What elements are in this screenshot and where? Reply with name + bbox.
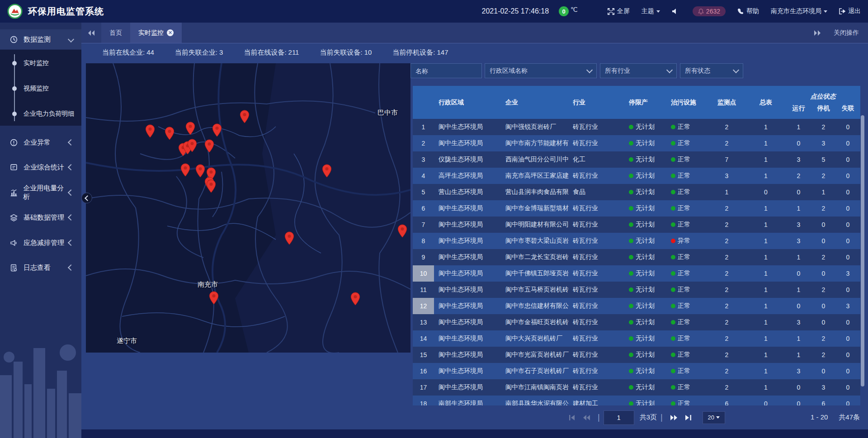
chevron-left-icon [68,164,74,170]
row-number: 13 [413,314,434,330]
table-scrollbar[interactable] [861,115,864,386]
logout-button[interactable]: 退出 [839,7,861,15]
status-dot-icon [671,304,675,308]
prev-page-button[interactable] [583,414,590,421]
map-pin-icon[interactable] [187,139,197,152]
map-collapse-button[interactable] [81,193,92,203]
sidebar-item-power-analysis[interactable]: 企业用电量分析 [0,183,81,203]
tabs-scroll-right-button[interactable] [807,30,827,36]
help-button[interactable]: 帮助 [737,7,759,15]
table-row[interactable]: 9阆中生态环境局阆中市二龙长宝页岩砖砖瓦行业无计划正常21120 [413,249,860,265]
table-row[interactable]: 18南部生态环境局南部县珠华水泥有限公建材加工无计划正常60060 [413,396,860,405]
map-pin-icon[interactable] [212,123,222,137]
status-dot-icon [629,125,633,129]
cell-run-count: 0 [786,135,811,151]
row-number: 9 [413,249,434,265]
table-row[interactable]: 3仪陇生态环境局西南油气田分公司川中化工无计划正常71350 [413,151,860,168]
table-row[interactable]: 14阆中生态环境局阆中大兴页岩机砖厂砖瓦行业无计划正常21120 [413,330,860,347]
map-pin-icon[interactable] [195,164,205,178]
cell-facility-status: 正常 [668,135,708,151]
map-pin-icon[interactable] [322,164,332,178]
sidebar-item-enterprise-abnormal[interactable]: 企业异常 [0,132,81,152]
sidebar-item-log-view[interactable]: 日志查看 [0,258,81,278]
sidebar-item-enterprise-statistics[interactable]: 企业综合统计 [0,157,81,177]
pager-separator: | [598,413,600,422]
map-pin-icon[interactable] [240,110,250,123]
col-header-index [413,86,434,119]
table-row[interactable]: 5营山生态环境局营山县润丰肉食品有限食品无计划正常10010 [413,184,860,200]
map-pin-icon[interactable] [350,292,360,306]
cell-run-count: 1 [786,200,811,217]
map-pin-icon[interactable] [180,163,190,177]
map-pin-icon[interactable] [165,127,175,140]
table-row[interactable]: 10阆中生态环境局阆中千佛镇五郎垭页岩砖瓦行业无计划正常21003 [413,265,860,282]
table-row[interactable]: 17阆中生态环境局阆中市江南镇阆南页岩砖瓦行业无计划正常21030 [413,379,860,396]
sidebar-item-video-monitor[interactable]: 视频监控 [0,76,81,101]
page-number-input[interactable] [604,410,634,425]
table-row[interactable]: 11阆中生态环境局阆中市五马桥页岩机砖砖瓦行业无计划正常21120 [413,282,860,298]
org-dropdown[interactable]: 南充市生态环境局 [771,7,827,15]
cell-total-meter: 1 [746,217,786,233]
cell-region: 仪陇生态环境局 [434,151,502,168]
cell-total-meter: 1 [746,168,786,184]
cell-run-count: 3 [786,314,811,330]
sidebar-item-power-load-detail[interactable]: 企业电力负荷明细 [0,101,81,127]
page-size-select[interactable]: 20 [703,411,725,424]
map-pin-icon[interactable] [397,224,407,238]
table-row[interactable]: 8阆中生态环境局阆中市枣碧大梁山页岩砖瓦行业无计划异常21300 [413,233,860,249]
tab-home[interactable]: 首页 [101,23,130,43]
table-row[interactable]: 1阆中生态环境局阆中强锐页岩砖厂砖瓦行业无计划正常21120 [413,119,860,135]
tab-realtime-monitor[interactable]: 实时监控 ✕ [130,23,182,43]
map-panel[interactable]: 巴中市南充市遂宁市 [86,63,410,353]
table-row[interactable]: 12阆中生态环境局阆中市忠信建材有限公砖瓦行业无计划正常21003 [413,298,860,314]
table-row[interactable]: 13阆中生态环境局阆中市金福旺页岩机砖砖瓦行业无计划正常21300 [413,314,860,330]
table-row[interactable]: 2阆中生态环境局阆中市南方节能建材有砖瓦行业无计划正常21030 [413,135,860,151]
last-page-button[interactable] [685,414,692,421]
sidebar-item-base-data[interactable]: 基础数据管理 [0,207,81,227]
cell-industry: 砖瓦行业 [571,200,626,217]
cell-stop-status: 无计划 [626,217,668,233]
status-select[interactable]: 所有状态 [680,63,743,78]
first-page-button[interactable] [569,414,576,421]
table-row[interactable]: 16阆中生态环境局阆中市石子页岩机砖厂砖瓦行业无计划正常21300 [413,363,860,379]
tabs-scroll-left-button[interactable] [81,30,101,36]
fullscreen-button[interactable]: 全屏 [608,7,630,15]
cell-stop-status: 无计划 [626,363,668,379]
notification-badge[interactable]: 2632 [693,6,726,16]
name-search-input[interactable] [410,63,482,78]
map-pin-icon[interactable] [209,291,219,305]
next-page-button[interactable] [670,414,678,421]
map-pin-icon[interactable] [206,179,216,193]
region-select[interactable]: 行政区域名称 [485,63,597,78]
map-pin-icon[interactable] [204,139,214,153]
industry-select[interactable]: 所有行业 [600,63,677,78]
sidebar-item-data-monitor[interactable]: 数据监测 [0,29,81,49]
table-row[interactable]: 4高坪生态环境局南充市高坪区王家店建砖瓦行业无计划正常31220 [413,168,860,184]
cell-stop-status: 无计划 [626,135,668,151]
cell-halt-count: 0 [811,265,835,282]
status-dot-icon [671,271,675,276]
cell-facility-status: 正常 [668,217,708,233]
cell-run-count: 3 [786,233,811,249]
map-pin-icon[interactable] [185,122,195,135]
close-operations-button[interactable]: 关闭操作 [834,29,859,37]
table-row[interactable]: 7阆中生态环境局阆中明阳建材有限公司砖瓦行业无计划正常21300 [413,217,860,233]
sidebar-item-emergency-reduction[interactable]: 应急减排管理 [0,233,81,253]
cell-facility-status: 异常 [668,233,708,249]
theme-dropdown[interactable]: 主题 [642,7,660,15]
cell-industry: 砖瓦行业 [571,347,626,363]
cell-total-meter: 1 [746,282,786,298]
table-row[interactable]: 15阆中生态环境局阆中市光富页岩机砖厂砖瓦行业无计划正常21120 [413,347,860,363]
tab-close-icon[interactable]: ✕ [167,29,174,36]
table-row[interactable]: 6阆中生态环境局阆中市金博瑞新型墙材砖瓦行业无计划正常21120 [413,200,860,217]
sidebar-item-realtime-monitor[interactable]: 实时监控 [0,51,81,76]
status-dot-icon [629,255,633,259]
map-pin-icon[interactable] [145,124,155,138]
map-pin-icon[interactable] [284,231,294,245]
cell-halt-count: 0 [811,217,835,233]
mute-button[interactable] [672,8,681,14]
cell-industry: 建材加工 [571,396,626,405]
cell-monitor-points: 2 [708,330,746,347]
col-header-lost: 失联 [835,104,860,113]
row-number: 4 [413,168,434,184]
